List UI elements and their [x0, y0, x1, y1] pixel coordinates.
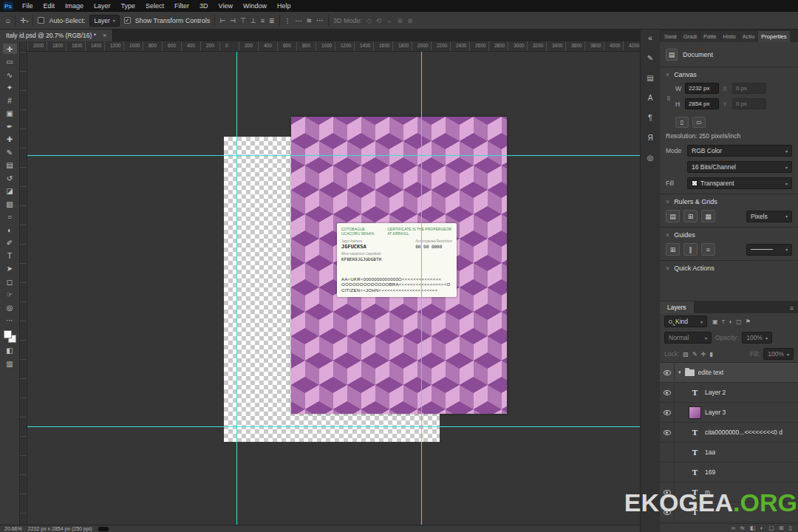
color-swatches[interactable]: [4, 330, 16, 343]
lock-all-icon[interactable]: ▮: [709, 351, 712, 358]
color-mode-dropdown[interactable]: RGB Color▾: [687, 145, 792, 157]
delete-layer-icon[interactable]: ▯: [789, 525, 792, 531]
dodge-tool[interactable]: ◐: [3, 225, 17, 235]
layer-row[interactable]: T1aa: [660, 443, 798, 463]
frame-tool[interactable]: ▣: [3, 109, 17, 119]
canvas-area[interactable]: COTOBAGUE UCACORU 96%A% CERTIFICATE IS T…: [27, 52, 640, 525]
guide-vertical[interactable]: [236, 52, 237, 525]
align-5-icon[interactable]: ≣: [269, 17, 275, 24]
glyphs-panel-icon[interactable]: Я: [644, 132, 657, 143]
align-1-icon[interactable]: ⊣: [230, 17, 236, 24]
rulers-grids-section-header[interactable]: ∨ Rulers & Grids: [666, 198, 792, 205]
menu-image[interactable]: Image: [60, 0, 89, 12]
align-4-icon[interactable]: ≡: [261, 17, 265, 24]
link-dimensions-icon[interactable]: ∞: [660, 95, 684, 101]
guides-section-header[interactable]: ∨ Guides: [666, 231, 792, 239]
tab-histo[interactable]: Histo: [720, 31, 739, 42]
blur-tool[interactable]: ○: [3, 212, 17, 222]
history-brush-tool[interactable]: ↺: [3, 173, 17, 183]
vertical-ruler[interactable]: [20, 52, 27, 525]
tab-actio[interactable]: Actio: [740, 31, 758, 42]
filter-pixel-layers-icon[interactable]: ▣: [712, 318, 718, 325]
canvas-y-input[interactable]: 0 px: [732, 98, 766, 109]
group-layers-icon[interactable]: ▢: [768, 525, 774, 531]
menu-layer[interactable]: Layer: [89, 0, 116, 12]
3d-mode-4-icon[interactable]: ⊗: [407, 17, 413, 24]
canvas-x-input[interactable]: 0 px: [732, 83, 766, 94]
filter-shape-layers-icon[interactable]: ▢: [736, 318, 742, 325]
pen-tool[interactable]: ✐: [3, 238, 17, 248]
distribute-2-icon[interactable]: ≋: [307, 17, 313, 24]
layer-mask-icon[interactable]: ◧: [750, 525, 755, 531]
tab-gradi[interactable]: Gradi: [681, 31, 700, 42]
menu-file[interactable]: File: [17, 0, 38, 12]
3d-mode-0-icon[interactable]: ◇: [366, 17, 372, 24]
guide-horizontal[interactable]: [27, 155, 640, 156]
tab-properties[interactable]: Properties: [758, 31, 789, 42]
shape-tool[interactable]: ◻: [3, 276, 17, 287]
visibility-toggle[interactable]: [660, 443, 675, 463]
visibility-toggle[interactable]: [660, 423, 675, 443]
distribute-1-icon[interactable]: ⋯: [296, 17, 302, 24]
menu-window[interactable]: Window: [238, 0, 272, 12]
layer-effects-icon[interactable]: fx: [740, 525, 745, 531]
landscape-orientation-button[interactable]: ▭: [692, 117, 706, 128]
menu-type[interactable]: Type: [116, 0, 141, 12]
adjustment-layer-icon[interactable]: ◐: [760, 525, 764, 531]
guide-style-dropdown[interactable]: ▾: [746, 244, 792, 256]
distribute-0-icon[interactable]: ⋮: [284, 17, 291, 24]
toggle-grid-icon[interactable]: ⊞: [683, 210, 698, 222]
link-layers-icon[interactable]: ∞: [732, 525, 735, 531]
menu-view[interactable]: View: [214, 0, 238, 12]
tab-swat[interactable]: Swat: [661, 31, 680, 42]
layer-row[interactable]: TLayer 2: [660, 383, 798, 403]
menu-select[interactable]: Select: [140, 0, 169, 12]
new-layer-icon[interactable]: ⊞: [780, 525, 784, 531]
brush-settings-icon[interactable]: ✎: [644, 52, 657, 64]
close-tab-icon[interactable]: ×: [103, 32, 106, 39]
quick-selection-tool[interactable]: ✦: [3, 83, 17, 93]
lock-pixels-icon[interactable]: ✎: [692, 351, 698, 358]
layer-row[interactable]: T169: [660, 463, 798, 482]
toggle-snap-icon[interactable]: ▦: [701, 210, 715, 222]
character-panel-icon[interactable]: A: [644, 92, 657, 103]
home-icon[interactable]: ⌂: [6, 17, 10, 24]
collapse-panels-icon[interactable]: «: [644, 33, 657, 44]
clear-guides-icon[interactable]: ≡: [701, 243, 715, 256]
crop-tool[interactable]: #: [3, 95, 17, 106]
toggle-guides-icon[interactable]: ⊞: [666, 243, 680, 256]
guide-horizontal[interactable]: [27, 426, 640, 427]
foreground-color-swatch[interactable]: [4, 330, 12, 338]
visibility-toggle[interactable]: [660, 363, 675, 383]
quick-mask-icon[interactable]: ◧: [3, 346, 17, 356]
type-tool[interactable]: T: [3, 250, 17, 261]
fill-amount-dropdown[interactable]: 100%▾: [763, 348, 794, 360]
tab-layers[interactable]: Layers: [660, 301, 694, 313]
rectangular-marquee-tool[interactable]: ▭: [3, 57, 17, 67]
quick-actions-section-header[interactable]: ∨ Quick Actions: [666, 265, 792, 272]
eyedropper-tool[interactable]: ✒: [3, 121, 17, 132]
lock-guides-icon[interactable]: ∥: [683, 243, 698, 256]
libraries-panel-icon[interactable]: ◎: [644, 152, 657, 163]
blend-mode-dropdown[interactable]: Normal▾: [664, 332, 712, 344]
move-tool-preset-icon[interactable]: ✛▾: [20, 17, 28, 24]
clone-stamp-tool[interactable]: ▤: [3, 160, 17, 171]
portrait-orientation-button[interactable]: ▯: [675, 117, 689, 128]
lock-transparency-icon[interactable]: ▨: [683, 351, 689, 358]
menu-help[interactable]: Help: [272, 0, 296, 12]
menu-edit[interactable]: Edit: [38, 0, 61, 12]
more-options-icon[interactable]: ⋯: [316, 17, 324, 24]
purple-cube-pattern-image[interactable]: COTOBAGUE UCACORU 96%A% CERTIFICATE IS T…: [291, 117, 507, 414]
filter-smart-objects-icon[interactable]: ⚑: [746, 318, 751, 325]
canvas-fill-dropdown[interactable]: Transparent▾: [687, 177, 792, 189]
show-transform-checkbox[interactable]: [124, 17, 131, 24]
tab-patte[interactable]: Patte: [700, 31, 720, 42]
path-selection-tool[interactable]: ➤: [3, 264, 17, 274]
expand-caret-icon[interactable]: ▾: [678, 369, 681, 375]
filter-kind-dropdown[interactable]: Kind▾: [664, 316, 707, 327]
canvas-width-input[interactable]: 2232 px: [685, 83, 719, 94]
align-3-icon[interactable]: ⊥: [250, 17, 256, 24]
layer-row[interactable]: Layer 3: [660, 403, 798, 423]
menu-3d[interactable]: 3D: [194, 0, 214, 12]
clone-source-icon[interactable]: ▤: [644, 72, 657, 83]
